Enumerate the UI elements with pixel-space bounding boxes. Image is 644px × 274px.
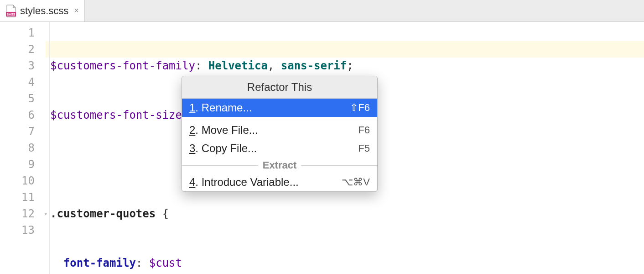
editor[interactable]: 1 2 3 4 5 6 7 8 9 10 11 12 13 $customers…	[0, 22, 644, 274]
line-number: 2	[0, 41, 35, 58]
menu-item-label: 3. Copy File...	[189, 142, 257, 155]
popup-title: Refactor This	[182, 76, 377, 99]
file-tab[interactable]: SASS styles.scss ×	[0, 0, 85, 21]
line-number: 12	[0, 206, 35, 222]
menu-item-label: 2. Move File...	[189, 124, 258, 137]
line-number: 6	[0, 107, 35, 123]
close-tab-icon[interactable]: ×	[74, 6, 79, 16]
menu-separator	[182, 119, 377, 119]
tab-filename: styles.scss	[20, 5, 68, 17]
menu-item-introduce-variable[interactable]: 4. Introduce Variable... ⌥⌘V	[182, 173, 377, 191]
tab-bar: SASS styles.scss ×	[0, 0, 644, 22]
line-number: 11	[0, 189, 35, 206]
menu-section-label: Extract	[258, 159, 301, 171]
gutter: 1 2 3 4 5 6 7 8 9 10 11 12 13	[0, 22, 46, 274]
line-number: 9	[0, 156, 35, 173]
line-number: 8	[0, 140, 35, 156]
menu-item-copy-file[interactable]: 3. Copy File... F5	[182, 139, 377, 158]
code-line: $customers-font-family: Helvetica, sans-…	[50, 58, 644, 74]
menu-item-shortcut: F5	[358, 142, 370, 154]
line-number: 10	[0, 173, 35, 189]
menu-item-label: 4. Introduce Variable...	[189, 176, 299, 189]
line-number: 4	[0, 74, 35, 90]
menu-item-shortcut: F6	[358, 124, 370, 136]
line-number: 7	[0, 123, 35, 140]
line-number: 5	[0, 90, 35, 107]
menu-item-move-file[interactable]: 2. Move File... F6	[182, 121, 377, 139]
line-number: 13	[0, 222, 35, 238]
svg-text:SASS: SASS	[6, 13, 15, 16]
line-number: 1	[0, 25, 35, 41]
code-line: ▾.customer-quotes {	[50, 206, 644, 222]
sass-file-icon: SASS	[5, 5, 16, 17]
line-number: 3	[0, 58, 35, 74]
menu-section-separator: Extract	[182, 159, 377, 171]
fold-open-icon[interactable]: ▾	[44, 211, 50, 217]
menu-item-rename[interactable]: 1. Rename... ⇧F6	[182, 99, 377, 117]
menu-item-shortcut: ⌥⌘V	[342, 176, 370, 188]
code-line: font-family: $cust	[50, 255, 644, 271]
menu-item-shortcut: ⇧F6	[350, 102, 370, 114]
menu-item-label: 1. Rename...	[189, 101, 252, 114]
refactor-popup: Refactor This 1. Rename... ⇧F6 2. Move F…	[182, 76, 378, 192]
